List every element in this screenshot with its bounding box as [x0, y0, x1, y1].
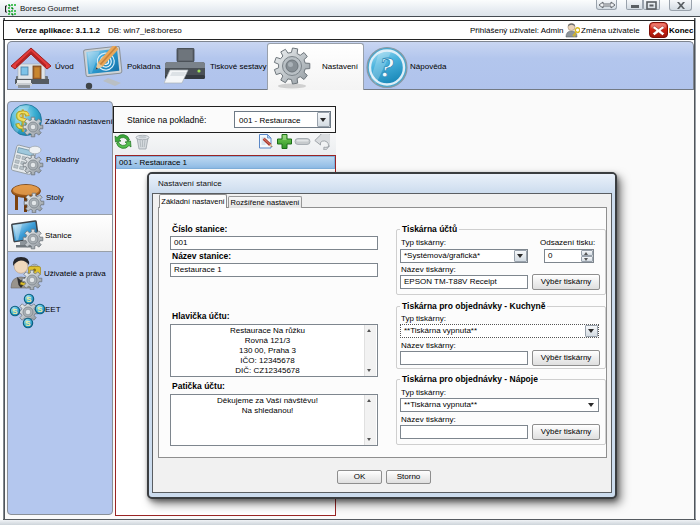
svg-text:?: ?: [380, 50, 395, 83]
